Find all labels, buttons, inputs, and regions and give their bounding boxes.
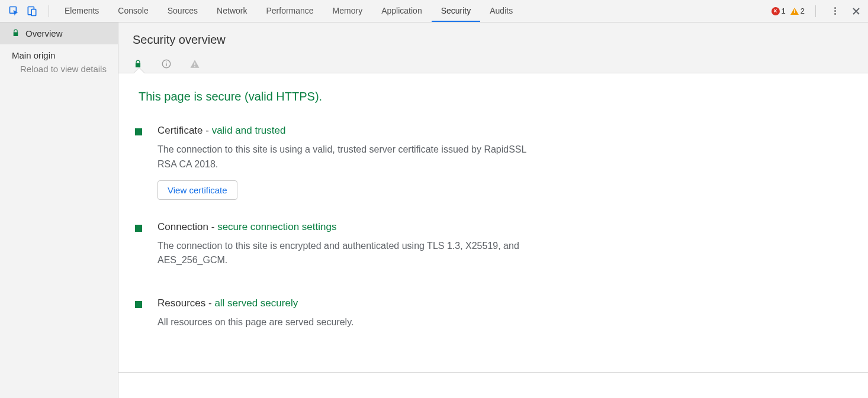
warning-triangle-icon[interactable] xyxy=(189,59,200,69)
security-section-connection: Connection - secure connection settings … xyxy=(135,221,851,277)
tab-application[interactable]: Application xyxy=(372,0,432,22)
warning-icon xyxy=(790,8,799,15)
sidebar-main-origin-header: Main origin xyxy=(0,44,118,64)
security-section-resources: Resources - all served securely All reso… xyxy=(135,297,851,338)
settings-menu-icon[interactable] xyxy=(830,7,840,16)
section-description: All resources on this page are served se… xyxy=(157,315,353,330)
device-toggle-icon[interactable] xyxy=(26,5,38,17)
svg-rect-2 xyxy=(31,9,36,15)
security-content: This page is secure (valid HTTPS). Certi… xyxy=(118,73,868,372)
active-tab-caret xyxy=(134,68,144,73)
tab-performance[interactable]: Performance xyxy=(256,0,323,22)
lock-icon xyxy=(12,28,20,38)
page-title: Security overview xyxy=(133,33,854,47)
section-title: Certificate - valid and trusted xyxy=(157,125,536,137)
tab-label: Elements xyxy=(65,6,99,15)
status-square-icon xyxy=(135,301,142,308)
error-icon: × xyxy=(771,7,780,15)
tab-label: Application xyxy=(381,6,422,15)
tab-label: Network xyxy=(217,6,247,15)
svg-rect-9 xyxy=(194,66,195,67)
separator xyxy=(815,5,816,17)
section-description: The connection to this site is encrypted… xyxy=(157,239,536,268)
error-count-badge[interactable]: × 1 xyxy=(771,7,786,15)
security-section-certificate: Certificate - valid and trusted The conn… xyxy=(135,125,851,200)
close-icon[interactable] xyxy=(851,7,861,16)
footer-divider xyxy=(118,372,868,398)
panel-tabs: Elements Console Sources Network Perform… xyxy=(55,0,522,22)
devtools-toolbar: Elements Console Sources Network Perform… xyxy=(0,0,868,22)
tab-label: Performance xyxy=(266,6,313,15)
section-title: Connection - secure connection settings xyxy=(157,221,536,233)
svg-rect-8 xyxy=(194,63,195,66)
status-square-icon xyxy=(135,128,142,135)
tab-console[interactable]: Console xyxy=(108,0,157,22)
tab-label: Sources xyxy=(168,6,198,15)
warning-count-badge[interactable]: 2 xyxy=(790,7,805,15)
svg-point-7 xyxy=(166,62,167,63)
section-description: The connection to this site is using a v… xyxy=(157,143,536,172)
security-status-icons xyxy=(133,55,854,73)
tab-elements[interactable]: Elements xyxy=(55,0,108,22)
warning-count: 2 xyxy=(801,7,805,15)
tab-label: Security xyxy=(441,6,471,15)
tab-memory[interactable]: Memory xyxy=(323,0,372,22)
security-sidebar: Overview Main origin Reload to view deta… xyxy=(0,22,118,398)
info-icon[interactable] xyxy=(161,59,172,69)
sidebar-reload-hint: Reload to view details xyxy=(0,64,118,80)
tab-audits[interactable]: Audits xyxy=(480,0,522,22)
tab-label: Memory xyxy=(333,6,363,15)
tab-label: Console xyxy=(118,6,148,15)
toolbar-right-group: × 1 2 xyxy=(771,5,864,17)
inspect-icon[interactable] xyxy=(8,5,20,17)
error-count: 1 xyxy=(782,7,786,15)
sidebar-item-label: Overview xyxy=(25,28,63,38)
security-headline: This page is secure (valid HTTPS). xyxy=(139,90,851,103)
separator xyxy=(49,5,49,17)
sidebar-item-overview[interactable]: Overview xyxy=(0,22,118,44)
security-overview-header: Security overview xyxy=(118,22,868,73)
security-main-panel: Security overview This page is secure (v… xyxy=(118,22,868,398)
tab-security[interactable]: Security xyxy=(432,0,481,22)
view-certificate-button[interactable]: View certificate xyxy=(157,180,237,200)
tab-label: Audits xyxy=(490,6,513,15)
tab-sources[interactable]: Sources xyxy=(158,0,207,22)
tab-network[interactable]: Network xyxy=(207,0,256,22)
status-square-icon xyxy=(135,225,142,232)
toolbar-left-group xyxy=(4,5,43,17)
section-title: Resources - all served securely xyxy=(157,297,353,309)
